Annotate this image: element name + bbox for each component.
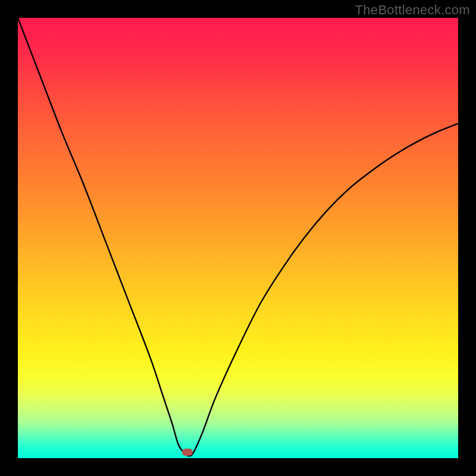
watermark-text: TheBottleneck.com — [355, 2, 470, 18]
marker-dot — [182, 449, 193, 456]
chart-frame: TheBottleneck.com — [0, 0, 476, 476]
curve-layer — [18, 18, 458, 458]
bottleneck-curve — [18, 18, 458, 456]
plot-area — [18, 18, 458, 458]
